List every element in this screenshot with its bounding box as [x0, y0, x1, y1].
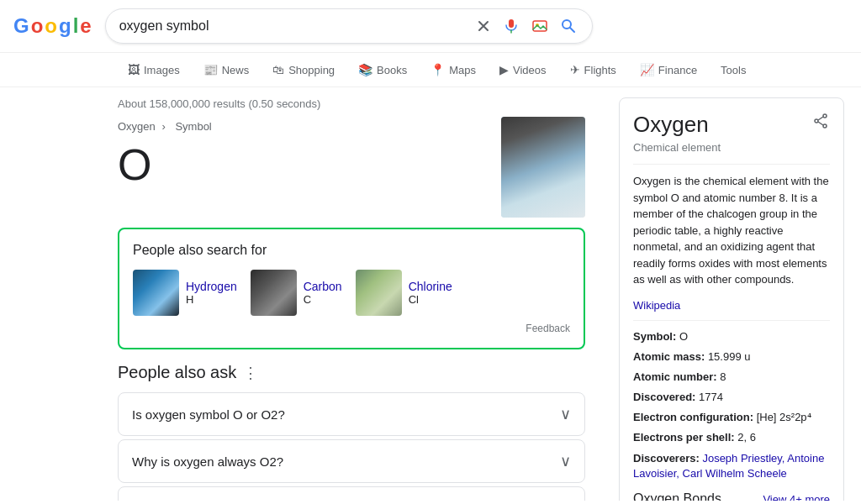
hydrogen-symbol: H [186, 293, 237, 306]
tab-maps[interactable]: 📍 Maps [420, 56, 486, 83]
tab-books[interactable]: 📚 Books [348, 56, 417, 83]
accordion-item-3: What O2 means? ∨ [118, 486, 585, 501]
tab-shopping[interactable]: 🛍 Shopping [262, 56, 345, 83]
kp-fact-discovered: Discovered: 1774 [633, 390, 830, 405]
header: Google [0, 0, 861, 53]
search-results: About 158,000,000 results (0.50 seconds)… [0, 87, 605, 501]
search-bar [105, 8, 593, 44]
result-stats: About 158,000,000 results (0.50 seconds) [118, 97, 585, 110]
tab-flights[interactable]: ✈ Flights [560, 56, 626, 83]
accordion-header-1[interactable]: Is oxygen symbol O or O2? ∨ [119, 393, 584, 435]
images-icon: 🖼 [128, 63, 140, 76]
search-button[interactable] [558, 16, 578, 36]
tab-images[interactable]: 🖼 Images [118, 56, 190, 83]
search-item-hydrogen[interactable]: Hydrogen H [133, 270, 237, 316]
chevron-down-icon-2: ∨ [560, 452, 571, 470]
accordion-question-2: Why is oxygen always O2? [132, 454, 283, 469]
chevron-down-icon-3: ∨ [560, 499, 571, 501]
finance-icon: 📈 [640, 63, 654, 76]
news-icon: 📰 [203, 63, 218, 76]
chevron-down-icon-1: ∨ [560, 405, 571, 423]
kp-fact-electrons-per-shell: Electrons per shell: 2, 6 [633, 430, 830, 445]
people-also-ask: People also ask ⋮ Is oxygen symbol O or … [118, 363, 585, 501]
chlorine-link[interactable]: Chlorine [409, 280, 452, 293]
svg-rect-2 [533, 21, 547, 31]
hydrogen-image [133, 270, 179, 316]
kp-fact-symbol: Symbol: O [633, 329, 830, 344]
svg-point-6 [823, 114, 827, 118]
also-search-title: People also search for [133, 243, 570, 258]
kp-fact-atomic-number: Atomic number: 8 [633, 370, 830, 385]
search-item-carbon[interactable]: Carbon C [251, 270, 342, 316]
svg-line-5 [570, 28, 574, 32]
accordion-question-1: Is oxygen symbol O or O2? [132, 407, 285, 422]
kp-fact-discoverers: Discoverers: Joseph Priestley, Antoine L… [633, 451, 830, 481]
svg-line-9 [818, 117, 823, 120]
main-content: About 158,000,000 results (0.50 seconds)… [0, 87, 861, 501]
search-input[interactable] [119, 18, 467, 34]
chlorine-image [356, 270, 402, 316]
svg-point-8 [823, 124, 827, 128]
accordion-header-2[interactable]: Why is oxygen always O2? ∨ [119, 440, 584, 482]
chlorine-symbol: Cl [409, 293, 452, 306]
tab-finance[interactable]: 📈 Finance [630, 56, 707, 83]
carbon-link[interactable]: Carbon [304, 280, 342, 293]
svg-line-10 [818, 122, 823, 125]
tab-videos[interactable]: ▶ Videos [489, 56, 557, 83]
kp-divider-1 [633, 164, 830, 165]
accordion-item-2: Why is oxygen always O2? ∨ [118, 439, 585, 483]
svg-rect-0 [509, 19, 514, 28]
kp-title: Oxygen [633, 112, 709, 138]
carbon-symbol: C [304, 293, 342, 306]
bonds-title: Oxygen Bonds [633, 491, 721, 501]
search-item-chlorine[interactable]: Chlorine Cl [356, 270, 452, 316]
accordion-header-3[interactable]: What O2 means? ∨ [119, 487, 584, 501]
tools-button[interactable]: Tools [710, 57, 756, 83]
nav-tabs: 🖼 Images 📰 News 🛍 Shopping 📚 Books 📍 Map… [0, 53, 861, 87]
maps-icon: 📍 [430, 63, 445, 76]
kp-subtitle: Chemical element [633, 141, 830, 154]
tab-news[interactable]: 📰 News [193, 56, 260, 83]
kp-fact-atomic-mass: Atomic mass: 15.999 u [633, 349, 830, 365]
kp-description: Oxygen is the chemical element with the … [633, 173, 830, 288]
shopping-icon: 🛍 [272, 63, 284, 76]
kp-divider-2 [633, 320, 830, 321]
accordion-item-1: Is oxygen symbol O or O2? ∨ [118, 392, 585, 436]
svg-point-7 [815, 119, 818, 123]
also-ask-title: People also ask [118, 363, 236, 382]
knowledge-panel: Oxygen Chemical element Oxygen is the ch… [619, 97, 844, 501]
search-items-list: Hydrogen H Carbon C Chlorine Cl [133, 270, 570, 316]
image-search-button[interactable] [530, 16, 550, 36]
clear-search-button[interactable] [474, 17, 493, 35]
videos-icon: ▶ [499, 63, 509, 76]
share-button[interactable] [811, 112, 830, 130]
hydrogen-link[interactable]: Hydrogen [186, 280, 237, 293]
also-ask-more-options[interactable]: ⋮ [243, 364, 258, 382]
wikipedia-link[interactable]: Wikipedia [633, 299, 680, 312]
books-icon: 📚 [358, 63, 372, 76]
google-logo[interactable]: Google [13, 14, 92, 38]
flights-icon: ✈ [570, 63, 580, 76]
voice-search-button[interactable] [501, 16, 521, 36]
carbon-image [251, 270, 297, 316]
featured-image[interactable] [501, 117, 585, 218]
people-also-search-box: People also search for Hydrogen H Carbon… [118, 228, 585, 349]
feedback-link-1[interactable]: Feedback [133, 323, 570, 334]
sidebar: Oxygen Chemical element Oxygen is the ch… [605, 87, 858, 501]
bonds-more-link[interactable]: View 4+ more [763, 493, 830, 501]
kp-fact-electron-config: Electron configuration: [He] 2s²2p⁴ [633, 410, 830, 425]
oxygen-symbol-result: Oxygen › Symbol O [118, 120, 585, 218]
